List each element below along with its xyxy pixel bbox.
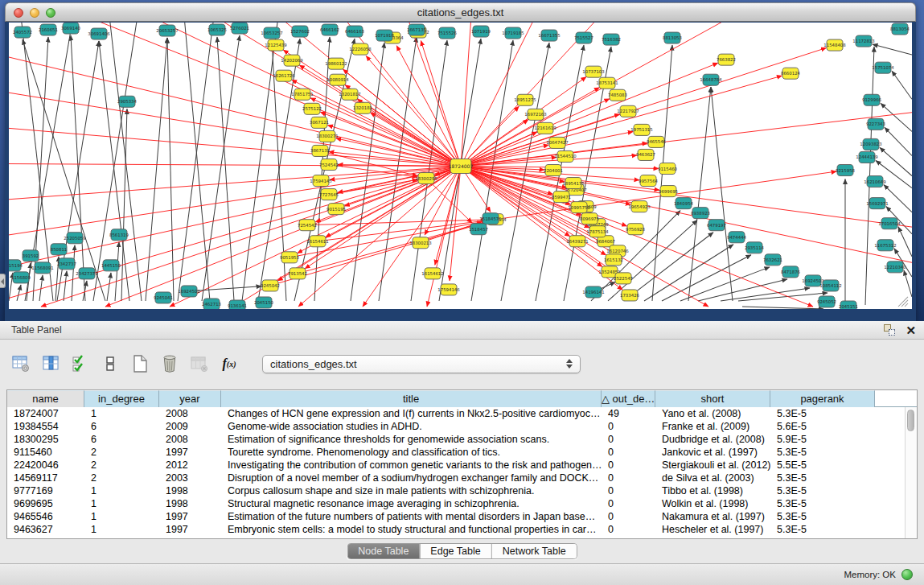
graph-node-label: 1071919 — [471, 29, 491, 34]
table-cell: 2 — [84, 446, 159, 459]
graph-node-label: 1840954 — [674, 201, 694, 206]
graph-node-label: 12161619 — [534, 126, 556, 130]
graph-node-label: 18300213 — [409, 241, 431, 245]
network-canvas[interactable]: 1872400719384554183002951572040710688609… — [9, 23, 912, 309]
rows-icon[interactable] — [101, 353, 120, 374]
table-cell: 0 — [602, 472, 655, 484]
graph-node-label: 15692971 — [866, 201, 888, 206]
table-cell: 5.9E-5 — [770, 433, 875, 446]
graph-node-label: 25205059 — [64, 236, 86, 241]
delete-icon[interactable] — [160, 353, 179, 374]
table-cell: Investigating the contribution of common… — [221, 459, 602, 472]
graph-node-label: 7913542 — [288, 271, 307, 276]
column-header-out_de[interactable]: △ out_de… — [602, 390, 655, 407]
graph-node-label: 6479197 — [707, 223, 726, 228]
graph-node-label: 15751074 — [872, 65, 894, 70]
select-all-icon[interactable] — [71, 353, 90, 374]
graph-node-label: 7727645 — [319, 192, 339, 197]
column-header-year[interactable]: year — [159, 390, 221, 407]
table-cell: 19384554 — [7, 420, 84, 433]
scrollbar-thumb[interactable] — [907, 410, 914, 431]
splitter-handle[interactable] — [0, 274, 6, 288]
graph-node-label: 391592 — [23, 253, 39, 258]
resize-grip-icon[interactable] — [898, 297, 908, 307]
table-cell: 1 — [84, 407, 159, 420]
column-header-name[interactable]: name — [7, 390, 84, 407]
table-cell: 9777169 — [7, 484, 84, 497]
table-selector-dropdown[interactable]: citations_edges.txt — [262, 355, 581, 373]
table-cell: 5.3E-5 — [770, 497, 875, 510]
table-cell: 0 — [602, 510, 655, 523]
graph-node-label: 2342737 — [57, 262, 76, 266]
table-settings-icon[interactable] — [11, 353, 31, 374]
function-builder-icon[interactable]: f(x) — [220, 353, 239, 374]
table-selector-value: citations_edges.txt — [270, 358, 357, 370]
column-header-short[interactable]: short — [655, 390, 770, 407]
graph-node-label: 14202069 — [281, 58, 303, 63]
graph-node-label: 11172813 — [852, 39, 874, 43]
graph-node-label: 8813053 — [663, 35, 682, 40]
table-header-row: namein_degreeyeartitle△ out_de…shortpage… — [7, 390, 917, 407]
table-cell: 5.6E-5 — [770, 420, 875, 433]
node-layer: 1872400719384554183002951572040710688609… — [9, 23, 910, 309]
select-columns-icon[interactable] — [41, 353, 60, 374]
table-row[interactable]: 946554611997Estimation of the future num… — [7, 510, 917, 523]
table-cell: 14569117 — [7, 472, 84, 484]
close-panel-icon[interactable]: ✕ — [906, 324, 916, 336]
graph-node-label: 2405572 — [13, 30, 32, 35]
graph-node-label: 9463627 — [636, 152, 655, 157]
new-table-icon[interactable] — [130, 353, 150, 374]
table-cell: 1997 — [159, 446, 221, 459]
graph-node-label: 16120746 — [606, 249, 629, 253]
table-cell: 9699695 — [7, 497, 84, 510]
table-row[interactable]: 1830029562008Estimation of significance … — [7, 433, 917, 446]
column-header-title[interactable]: title — [221, 390, 602, 407]
table-row[interactable]: 1938455462009Genome-wide association stu… — [7, 420, 917, 433]
tab-network-table[interactable]: Network Table — [491, 544, 577, 558]
table-cell: Disruption of a novel member of a sodium… — [221, 472, 602, 484]
graph-node-label: 8660124 — [781, 71, 801, 76]
table-row[interactable]: 946362711997Embryonic stem cells: a mode… — [7, 523, 917, 536]
graph-node-label: 6466162 — [320, 27, 339, 32]
table-row[interactable]: 911546021997Tourette syndrome. Phenomeno… — [7, 446, 917, 459]
graph-node-label: 9245052 — [817, 299, 836, 304]
table-cell: Tibbo et al. (1998) — [655, 484, 770, 497]
table-row[interactable]: 2242004622012Investigating the contribut… — [7, 459, 917, 472]
table-cell: 1998 — [159, 484, 221, 497]
graph-node-label: 17594146 — [437, 287, 460, 292]
memory-status-indicator-icon[interactable] — [901, 569, 913, 580]
graph-node-label: 30691406 — [88, 31, 110, 36]
graph-node-label: 16972163 — [524, 112, 546, 117]
graph-node-label: 10995750 — [568, 205, 590, 210]
table-cell: 49 — [602, 407, 655, 420]
graph-node-label: 15184571 — [479, 216, 501, 221]
column-header-in_degree[interactable]: in_degree — [84, 390, 159, 407]
graph-node-label: 10653257 — [261, 31, 282, 35]
table-cell: 2 — [84, 472, 159, 484]
table-cell: 1 — [84, 497, 159, 510]
table-row[interactable]: 969969511998Structural magnetic resonanc… — [7, 497, 917, 510]
column-header-pagerank[interactable]: pagerank — [770, 390, 875, 407]
graph-node-label: 9957564 — [639, 179, 659, 183]
table-row[interactable]: 1456911722003Disruption of a novel membe… — [7, 472, 917, 484]
table-row[interactable]: 977716911998Corpus callosum shape and si… — [7, 484, 917, 497]
graph-node-label: 13201817 — [339, 92, 360, 97]
float-window-icon[interactable] — [883, 323, 896, 336]
graph-node-label: 7515526 — [437, 31, 458, 35]
graph-node-label: 8599471 — [552, 195, 571, 200]
table-cell: Embryonic stem cells: a model to study s… — [221, 523, 602, 536]
table-cell: de Silva et al. (2003) — [655, 472, 770, 484]
graph-node-label: 9465546 — [647, 139, 667, 144]
delete-table-icon[interactable] — [190, 353, 209, 374]
graph-node-label: 9227343 — [866, 122, 885, 126]
table-row[interactable]: 1872400712008Changes of HCN gene express… — [7, 407, 917, 420]
tab-edge-table[interactable]: Edge Table — [419, 544, 491, 558]
table-vertical-scrollbar[interactable] — [905, 407, 917, 538]
graph-node-label: 18300295 — [415, 176, 437, 181]
graph-node-label: 3067121 — [310, 120, 329, 125]
graph-node-label: 18954175 — [562, 181, 584, 186]
tab-node-table[interactable]: Node Table — [347, 544, 419, 558]
network-window-titlebar[interactable]: citations_edges.txt — [5, 2, 916, 22]
table-cell: 9115460 — [7, 446, 84, 459]
table-cell: 5.5E-5 — [770, 459, 875, 472]
